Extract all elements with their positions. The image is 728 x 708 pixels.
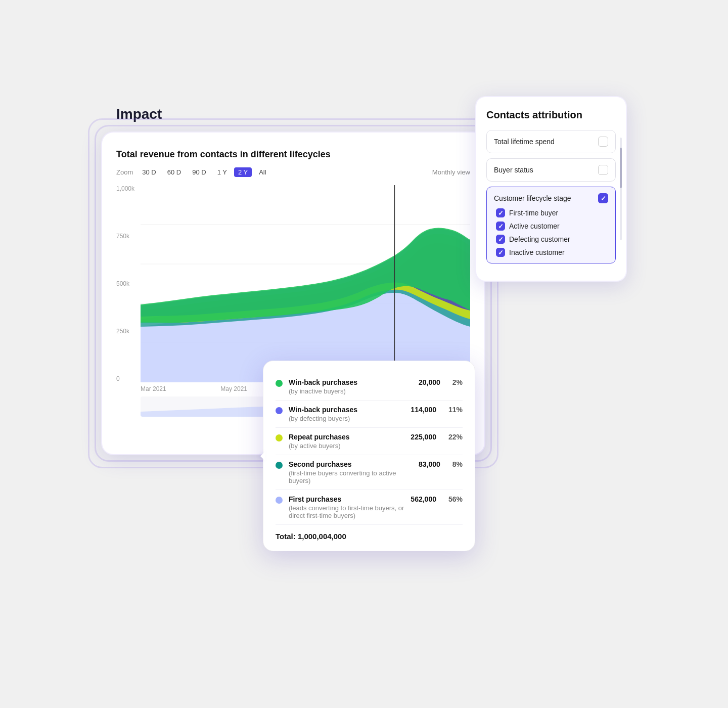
attr-item-lifecycle[interactable]: Customer lifecycle stage First-time buye… (486, 187, 616, 263)
attr-item-buyer-status[interactable]: Buyer status (486, 158, 616, 182)
attribution-title: Contacts attribution (486, 109, 616, 121)
tooltip-label-winback-inactive: Win-back purchases (by inactive buyers) (289, 378, 413, 395)
zoom-60d[interactable]: 60 D (163, 167, 185, 177)
zoom-90d[interactable]: 90 D (188, 167, 210, 177)
attr-label-lifetime-spend: Total lifetime spend (494, 138, 555, 146)
lifecycle-sub-items: First-time buyer Active customer Defecti… (494, 208, 608, 257)
dot-repeat (276, 434, 283, 441)
scrollbar-thumb (620, 148, 622, 188)
dot-winback-defecting (276, 407, 283, 414)
attr-label-lifecycle: Customer lifecycle stage (494, 194, 571, 202)
sub-item-defecting-customer[interactable]: Defecting customer (496, 235, 608, 244)
checkbox-lifecycle[interactable] (598, 193, 608, 203)
checkbox-inactive-customer[interactable] (496, 248, 505, 257)
chart-title: Total revenue from contacts in different… (116, 149, 470, 160)
tooltip-row-second: Second purchases (first-time buyers conv… (276, 455, 463, 490)
checkbox-first-time-buyer[interactable] (496, 208, 505, 217)
tooltip-row-winback-defecting: Win-back purchases (by defecting buyers)… (276, 401, 463, 428)
zoom-label: Zoom (116, 168, 133, 176)
zoom-1y[interactable]: 1 Y (213, 167, 231, 177)
chart-svg-container (141, 185, 470, 382)
zoom-30d[interactable]: 30 D (138, 167, 160, 177)
tooltip-label-repeat: Repeat purchases (by active buyers) (289, 433, 404, 450)
dot-winback-inactive (276, 380, 283, 387)
area-chart-svg (141, 185, 470, 382)
tooltip-row-first: First purchases (leads converting to fir… (276, 490, 463, 525)
attr-label-buyer-status: Buyer status (494, 166, 533, 174)
sub-label-active-customer: Active customer (509, 222, 560, 230)
tooltip-total: Total: 1,000,004,000 (276, 527, 463, 541)
x-label-mar: Mar 2021 (141, 385, 166, 392)
y-label-0: 0 (116, 375, 141, 382)
sub-item-inactive-customer[interactable]: Inactive customer (496, 248, 608, 257)
chart-area: 0 250k 500k 750k 1,000k (116, 185, 470, 382)
tooltip-label-second: Second purchases (first-time buyers conv… (289, 460, 413, 484)
checkbox-buyer-status[interactable] (598, 165, 608, 175)
attr-item-lifetime-spend[interactable]: Total lifetime spend (486, 130, 616, 153)
checkbox-active-customer[interactable] (496, 222, 505, 231)
dot-first (276, 497, 283, 504)
y-label-1000k: 1,000k (116, 185, 141, 192)
zoom-bar: Zoom 30 D 60 D 90 D 1 Y 2 Y All Monthly … (116, 167, 470, 177)
tooltip-label-winback-defecting: Win-back purchases (by defecting buyers) (289, 406, 404, 422)
tooltip-row-winback-inactive: Win-back purchases (by inactive buyers) … (276, 373, 463, 401)
sub-item-active-customer[interactable]: Active customer (496, 222, 608, 231)
dot-second (276, 462, 283, 469)
monthly-view-label: Monthly view (432, 168, 470, 176)
tooltip-row-repeat: Repeat purchases (by active buyers) 225,… (276, 428, 463, 455)
y-label-500k: 500k (116, 280, 141, 287)
attribution-panel: Contacts attribution Total lifetime spen… (475, 96, 627, 282)
tooltip-card: Win-back purchases (by inactive buyers) … (263, 361, 475, 551)
sub-item-first-time-buyer[interactable]: First-time buyer (496, 208, 608, 217)
y-label-250k: 250k (116, 328, 141, 335)
sub-label-defecting-customer: Defecting customer (509, 235, 570, 243)
x-label-may: May 2021 (220, 385, 247, 392)
y-axis-labels: 0 250k 500k 750k 1,000k (116, 185, 141, 382)
scene: Impact Total revenue from contacts in di… (86, 76, 642, 632)
tooltip-label-first: First purchases (leads converting to fir… (289, 495, 404, 519)
zoom-all[interactable]: All (255, 167, 270, 177)
impact-heading: Impact (116, 106, 162, 122)
y-label-750k: 750k (116, 233, 141, 240)
sub-label-first-time-buyer: First-time buyer (509, 209, 558, 217)
zoom-2y[interactable]: 2 Y (234, 167, 252, 177)
checkbox-lifetime-spend[interactable] (598, 137, 608, 147)
sub-label-inactive-customer: Inactive customer (509, 248, 565, 256)
checkbox-defecting-customer[interactable] (496, 235, 505, 244)
attr-lifecycle-header: Customer lifecycle stage (494, 193, 608, 203)
scrollbar[interactable] (620, 138, 622, 240)
